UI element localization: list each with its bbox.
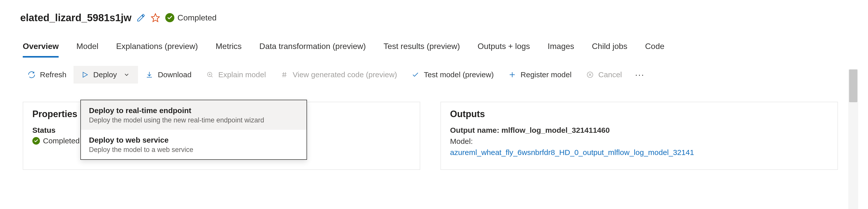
tab-outputs-logs[interactable]: Outputs + logs: [477, 42, 530, 58]
play-icon: [81, 70, 89, 79]
plus-icon: [508, 70, 517, 79]
favorite-star-icon[interactable]: [151, 13, 160, 23]
check-circle-icon: [32, 137, 40, 145]
hash-icon: [280, 70, 288, 79]
tab-data-transformation[interactable]: Data transformation (preview): [259, 42, 366, 58]
tab-child-jobs[interactable]: Child jobs: [592, 42, 627, 58]
refresh-icon: [27, 70, 36, 79]
explain-model-button: Explain model: [198, 66, 273, 83]
check-icon: [411, 70, 420, 79]
register-model-label: Register model: [521, 70, 571, 79]
deploy-item-title: Deploy to real-time endpoint: [89, 106, 299, 115]
status-value: Completed: [32, 137, 80, 145]
vertical-scrollbar[interactable]: [848, 69, 858, 209]
test-model-button[interactable]: Test model (preview): [404, 66, 501, 83]
deploy-item-desc: Deploy the model to a web service: [89, 146, 299, 154]
status-indicator: Completed: [165, 13, 217, 23]
deploy-button[interactable]: Deploy: [73, 66, 138, 83]
explain-model-label: Explain model: [218, 70, 266, 79]
chevron-down-icon: [122, 70, 131, 79]
model-link[interactable]: azureml_wheat_fly_6wsnbrfdr8_HD_0_output…: [450, 148, 828, 157]
model-label: Model:: [450, 137, 828, 146]
output-name-label: Output name:: [450, 126, 499, 134]
toolbar: Refresh Deploy Download: [0, 58, 858, 84]
scrollbar-thumb[interactable]: [849, 69, 858, 102]
status-text: Completed: [177, 13, 217, 23]
status-value-text: Completed: [43, 137, 80, 145]
download-label: Download: [158, 70, 191, 79]
deploy-menu-item-realtime[interactable]: Deploy to real-time endpoint Deploy the …: [81, 100, 307, 130]
deploy-label: Deploy: [93, 70, 117, 79]
svg-line-7: [283, 72, 284, 77]
cancel-label: Cancel: [598, 70, 622, 79]
tab-explanations[interactable]: Explanations (preview): [116, 42, 198, 58]
cancel-icon: [586, 70, 594, 79]
download-icon: [145, 70, 154, 79]
tabs-bar: Overview Model Explanations (preview) Me…: [0, 25, 858, 58]
test-model-label: Test model (preview): [424, 70, 494, 79]
cancel-button: Cancel: [579, 66, 629, 83]
view-generated-code-button: View generated code (preview): [273, 66, 404, 83]
plus-circle-icon: [206, 70, 214, 79]
outputs-panel-title: Outputs: [450, 109, 828, 119]
register-model-button[interactable]: Register model: [501, 66, 579, 83]
download-button[interactable]: Download: [138, 66, 198, 83]
more-actions-button[interactable]: ···: [629, 65, 650, 84]
tab-metrics[interactable]: Metrics: [216, 42, 242, 58]
edit-icon[interactable]: [136, 13, 146, 22]
svg-line-2: [211, 76, 212, 77]
tab-images[interactable]: Images: [548, 42, 574, 58]
svg-line-8: [285, 72, 286, 77]
check-circle-icon: [165, 13, 174, 22]
output-name-value: mlflow_log_model_321411460: [501, 126, 610, 134]
refresh-label: Refresh: [40, 70, 66, 79]
tab-test-results[interactable]: Test results (preview): [383, 42, 460, 58]
deploy-dropdown: Deploy to real-time endpoint Deploy the …: [80, 100, 307, 160]
outputs-panel: Outputs Output name: mlflow_log_model_32…: [440, 102, 838, 170]
tab-model[interactable]: Model: [76, 42, 98, 58]
tab-overview[interactable]: Overview: [23, 42, 59, 58]
deploy-item-title: Deploy to web service: [89, 136, 299, 144]
view-generated-code-label: View generated code (preview): [292, 70, 397, 79]
deploy-menu-item-webservice[interactable]: Deploy to web service Deploy the model t…: [81, 130, 307, 159]
tab-code[interactable]: Code: [645, 42, 664, 58]
refresh-button[interactable]: Refresh: [20, 66, 73, 83]
deploy-item-desc: Deploy the model using the new real-time…: [89, 116, 299, 124]
svg-marker-0: [83, 72, 88, 77]
page-title: elated_lizard_5981s1jw: [20, 12, 131, 24]
